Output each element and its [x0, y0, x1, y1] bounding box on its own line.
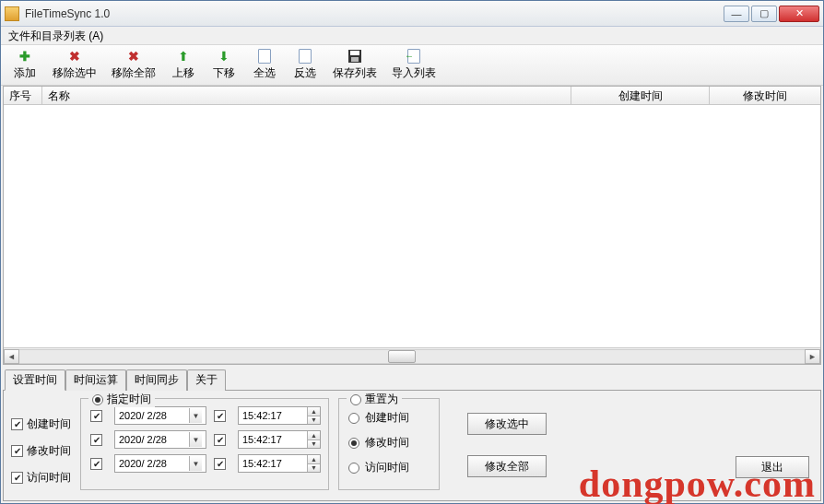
- row1-date-check[interactable]: ✔: [90, 410, 102, 422]
- menubar: 文件和目录列表 (A): [1, 27, 823, 45]
- row1-time-input[interactable]: 15:42:17▲▼: [238, 406, 321, 425]
- row3-time-check[interactable]: ✔: [214, 458, 226, 470]
- check-accessed[interactable]: ✔ 访问时间: [11, 470, 71, 486]
- remove-all-button[interactable]: ✖ 移除全部: [104, 47, 163, 83]
- tab-set-time[interactable]: 设置时间: [5, 369, 65, 391]
- radio-icon: [350, 394, 361, 405]
- row3-date-check[interactable]: ✔: [90, 458, 102, 470]
- check-modified[interactable]: ✔ 修改时间: [11, 443, 71, 459]
- exit-button[interactable]: 退出: [736, 456, 809, 478]
- x-icon: ✖: [126, 49, 141, 64]
- scroll-right-button[interactable]: ►: [805, 349, 820, 364]
- arrow-down-icon: ⬇: [217, 49, 231, 64]
- import-icon: [406, 49, 421, 64]
- bottom-tabs: 设置时间 时间运算 时间同步 关于 ✔ 创建时间 ✔ 修改时间 ✔ 访问时间: [3, 369, 821, 501]
- dropdown-icon: ▼: [189, 408, 202, 423]
- column-name[interactable]: 名称: [42, 87, 571, 104]
- invert-select-button[interactable]: 反选: [285, 47, 325, 83]
- remove-selected-button[interactable]: ✖ 移除选中: [45, 47, 104, 83]
- minimize-button[interactable]: —: [724, 6, 749, 22]
- reset-fieldset: 重置为 创建时间 修改时间 访问时间: [338, 398, 440, 490]
- arrow-up-icon: ⬆: [176, 49, 191, 64]
- tabstrip: 设置时间 时间运算 时间同步 关于: [3, 369, 821, 391]
- scroll-thumb[interactable]: [388, 350, 416, 363]
- select-all-button[interactable]: 全选: [244, 47, 285, 83]
- move-down-button[interactable]: ⬇ 下移: [204, 47, 244, 83]
- toolbar: ✚ 添加 ✖ 移除选中 ✖ 移除全部 ⬆ 上移 ⬇ 下移 全选 反选 保存: [1, 45, 823, 86]
- checkbox-icon: ✔: [11, 445, 23, 457]
- spin-up-icon: ▲: [307, 455, 320, 464]
- row2-time-check[interactable]: ✔: [214, 434, 226, 446]
- close-button[interactable]: ✕: [779, 6, 819, 22]
- spin-down-icon: ▼: [307, 416, 320, 425]
- tab-time-calc[interactable]: 时间运算: [65, 369, 126, 391]
- scroll-left-button[interactable]: ◄: [4, 349, 19, 364]
- tab-time-sync[interactable]: 时间同步: [126, 369, 187, 391]
- floppy-icon: [347, 49, 362, 64]
- row1-time-check[interactable]: ✔: [214, 410, 226, 422]
- page-icon: [298, 49, 312, 64]
- menu-files-list[interactable]: 文件和目录列表 (A): [6, 29, 105, 42]
- modify-all-button[interactable]: 修改全部: [467, 455, 547, 477]
- app-icon: [5, 6, 19, 21]
- reset-accessed[interactable]: 访问时间: [348, 460, 430, 475]
- specify-time-fieldset: 指定时间 ✔ 2020/ 2/28▼ ✔ 15:42:17▲▼ ✔ 2020/ …: [80, 398, 329, 490]
- column-modified[interactable]: 修改时间: [710, 87, 820, 104]
- radio-icon: [348, 438, 359, 449]
- import-list-button[interactable]: 导入列表: [384, 47, 443, 83]
- row2-date-check[interactable]: ✔: [90, 434, 102, 446]
- tab-panel-set-time: ✔ 创建时间 ✔ 修改时间 ✔ 访问时间 指定时间: [3, 391, 821, 501]
- window-title: FileTimeSync 1.0: [25, 7, 724, 20]
- checkbox-icon: ✔: [11, 418, 23, 430]
- maximize-button[interactable]: ▢: [751, 6, 777, 22]
- check-created[interactable]: ✔ 创建时间: [11, 416, 71, 432]
- modify-buttons: 修改选中 修改全部: [467, 398, 547, 477]
- reset-legend[interactable]: 重置为: [347, 392, 402, 407]
- radio-icon: [348, 463, 359, 474]
- spin-up-icon: ▲: [307, 407, 320, 416]
- dropdown-icon: ▼: [189, 456, 202, 471]
- dropdown-icon: ▼: [189, 432, 202, 447]
- row3-date-input[interactable]: 2020/ 2/28▼: [114, 454, 206, 473]
- reset-modified[interactable]: 修改时间: [348, 435, 430, 451]
- app-window: FileTimeSync 1.0 — ▢ ✕ 文件和目录列表 (A) ✚ 添加 …: [0, 0, 824, 504]
- table-header: 序号 名称 创建时间 修改时间: [4, 87, 820, 105]
- plus-icon: ✚: [18, 49, 32, 64]
- row1-date-input[interactable]: 2020/ 2/28▼: [114, 406, 206, 425]
- horizontal-scrollbar[interactable]: ◄ ►: [4, 347, 820, 364]
- table-body[interactable]: [4, 105, 820, 347]
- attribute-checks: ✔ 创建时间 ✔ 修改时间 ✔ 访问时间: [11, 398, 71, 486]
- spin-down-icon: ▼: [307, 464, 320, 473]
- radio-icon: [348, 413, 359, 424]
- reset-created[interactable]: 创建时间: [348, 410, 430, 426]
- x-icon: ✖: [67, 49, 82, 64]
- scroll-track[interactable]: [19, 349, 805, 364]
- move-up-button[interactable]: ⬆ 上移: [163, 47, 204, 83]
- file-list-table: 序号 名称 创建时间 修改时间 ◄ ►: [3, 86, 821, 365]
- checkbox-icon: ✔: [11, 472, 23, 484]
- specify-time-legend[interactable]: 指定时间: [88, 392, 155, 407]
- row2-date-input[interactable]: 2020/ 2/28▼: [114, 430, 206, 449]
- row2-time-input[interactable]: 15:42:17▲▼: [238, 430, 321, 449]
- add-button[interactable]: ✚ 添加: [5, 47, 45, 83]
- spin-down-icon: ▼: [307, 440, 320, 449]
- spin-up-icon: ▲: [307, 431, 320, 440]
- page-icon: [257, 49, 272, 64]
- row3-time-input[interactable]: 15:42:17▲▼: [238, 454, 321, 473]
- save-list-button[interactable]: 保存列表: [325, 47, 384, 83]
- column-index[interactable]: 序号: [4, 87, 42, 104]
- column-created[interactable]: 创建时间: [571, 87, 710, 104]
- tab-about[interactable]: 关于: [187, 369, 226, 391]
- window-controls: — ▢ ✕: [724, 6, 819, 22]
- titlebar: FileTimeSync 1.0 — ▢ ✕: [1, 1, 823, 27]
- modify-selected-button[interactable]: 修改选中: [467, 413, 547, 435]
- radio-icon: [92, 394, 103, 405]
